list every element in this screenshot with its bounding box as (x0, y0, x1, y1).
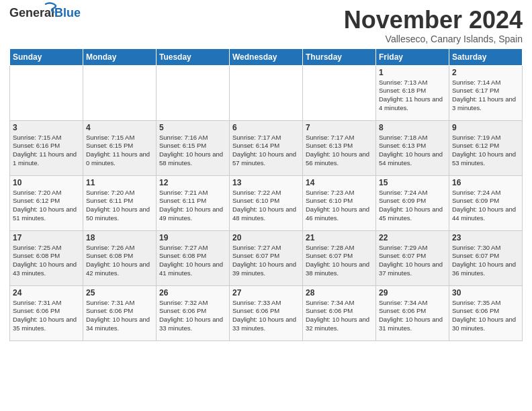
header-cell-wednesday: Wednesday (230, 48, 303, 65)
day-info: Sunrise: 7:18 AM (379, 134, 446, 142)
day-info: Daylight: 10 hours and 50 minutes. (86, 205, 153, 223)
day-info: Sunrise: 7:27 AM (232, 244, 300, 253)
day-cell (83, 65, 157, 120)
day-cell: 23Sunrise: 7:30 AMSunset: 6:07 PMDayligh… (449, 230, 523, 285)
day-cell: 19Sunrise: 7:27 AMSunset: 6:08 PMDayligh… (157, 230, 230, 285)
day-info: Sunset: 6:12 PM (452, 142, 519, 150)
week-row-1: 3Sunrise: 7:15 AMSunset: 6:16 PMDaylight… (10, 120, 523, 175)
day-info: Daylight: 10 hours and 44 minutes. (452, 205, 519, 223)
day-number: 5 (159, 123, 226, 132)
day-info: Sunset: 6:07 PM (306, 252, 373, 261)
day-info: Daylight: 10 hours and 51 minutes. (13, 205, 80, 223)
day-info: Daylight: 10 hours and 41 minutes. (159, 261, 226, 278)
day-info: Daylight: 10 hours and 58 minutes. (159, 150, 226, 168)
day-info: Sunrise: 7:13 AM (379, 79, 446, 87)
day-number: 17 (13, 233, 80, 242)
day-number: 30 (452, 288, 519, 298)
day-info: Sunset: 6:12 PM (13, 197, 80, 205)
day-info: Sunset: 6:06 PM (13, 307, 80, 316)
day-info: Sunrise: 7:34 AM (379, 299, 446, 308)
day-info: Sunrise: 7:28 AM (306, 244, 373, 253)
title-section: November 2024 Valleseco, Canary Islands,… (344, 7, 523, 44)
day-info: Sunset: 6:13 PM (379, 142, 446, 150)
day-number: 11 (86, 178, 153, 187)
day-cell: 30Sunrise: 7:35 AMSunset: 6:06 PMDayligh… (449, 285, 523, 340)
day-info: Daylight: 11 hours and 3 minutes. (452, 95, 519, 113)
day-info: Sunset: 6:06 PM (159, 307, 226, 316)
day-number: 9 (452, 123, 519, 132)
day-number: 18 (86, 233, 153, 242)
calendar-table: SundayMondayTuesdayWednesdayThursdayFrid… (9, 48, 523, 341)
day-info: Sunset: 6:08 PM (86, 252, 153, 261)
day-cell: 3Sunrise: 7:15 AMSunset: 6:16 PMDaylight… (10, 120, 83, 175)
day-number: 4 (86, 123, 153, 132)
day-cell: 4Sunrise: 7:15 AMSunset: 6:15 PMDaylight… (83, 120, 157, 175)
day-cell: 10Sunrise: 7:20 AMSunset: 6:12 PMDayligh… (10, 175, 83, 230)
day-cell: 6Sunrise: 7:17 AMSunset: 6:14 PMDaylight… (230, 120, 303, 175)
day-cell: 1Sunrise: 7:13 AMSunset: 6:18 PMDaylight… (376, 65, 449, 120)
day-info: Daylight: 10 hours and 34 minutes. (86, 316, 153, 333)
day-info: Sunset: 6:16 PM (13, 142, 80, 150)
week-row-3: 17Sunrise: 7:25 AMSunset: 6:08 PMDayligh… (10, 230, 523, 285)
day-number: 3 (13, 123, 80, 132)
day-number: 2 (452, 68, 519, 77)
day-info: Sunrise: 7:14 AM (452, 79, 519, 87)
day-cell: 29Sunrise: 7:34 AMSunset: 6:06 PMDayligh… (376, 285, 449, 340)
day-info: Sunrise: 7:24 AM (379, 189, 446, 197)
day-info: Sunset: 6:09 PM (379, 197, 446, 205)
day-cell: 7Sunrise: 7:17 AMSunset: 6:13 PMDaylight… (303, 120, 376, 175)
day-cell (230, 65, 303, 120)
day-number: 26 (159, 288, 226, 298)
day-number: 13 (232, 178, 300, 187)
day-info: Sunset: 6:17 PM (452, 87, 519, 95)
day-info: Sunrise: 7:26 AM (86, 244, 153, 253)
day-info: Sunrise: 7:21 AM (159, 189, 226, 197)
day-info: Sunrise: 7:20 AM (86, 189, 153, 197)
day-number: 20 (232, 233, 300, 242)
day-number: 7 (306, 123, 373, 132)
day-info: Sunrise: 7:17 AM (306, 134, 373, 142)
day-info: Sunset: 6:10 PM (232, 197, 300, 205)
day-number: 21 (306, 233, 373, 242)
day-info: Sunrise: 7:22 AM (232, 189, 300, 197)
day-number: 10 (13, 178, 80, 187)
day-number: 12 (159, 178, 226, 187)
header-cell-saturday: Saturday (449, 48, 523, 65)
day-number: 29 (379, 288, 446, 298)
day-info: Daylight: 10 hours and 39 minutes. (232, 261, 300, 278)
day-info: Sunset: 6:07 PM (232, 252, 300, 261)
day-cell: 12Sunrise: 7:21 AMSunset: 6:11 PMDayligh… (157, 175, 230, 230)
day-info: Sunset: 6:11 PM (159, 197, 226, 205)
header-cell-tuesday: Tuesday (157, 48, 230, 65)
day-info: Sunset: 6:10 PM (306, 197, 373, 205)
day-number: 19 (159, 233, 226, 242)
day-cell: 15Sunrise: 7:24 AMSunset: 6:09 PMDayligh… (376, 175, 449, 230)
day-info: Sunset: 6:18 PM (379, 87, 446, 95)
day-info: Sunrise: 7:20 AM (13, 189, 80, 197)
day-cell: 14Sunrise: 7:23 AMSunset: 6:10 PMDayligh… (303, 175, 376, 230)
day-info: Sunrise: 7:32 AM (159, 299, 226, 308)
day-info: Daylight: 10 hours and 38 minutes. (306, 261, 373, 278)
day-info: Daylight: 11 hours and 4 minutes. (379, 95, 446, 113)
header-cell-sunday: Sunday (10, 48, 83, 65)
day-info: Sunset: 6:07 PM (452, 252, 519, 261)
day-info: Daylight: 10 hours and 43 minutes. (13, 261, 80, 278)
week-row-0: 1Sunrise: 7:13 AMSunset: 6:18 PMDaylight… (10, 65, 523, 120)
day-number: 15 (379, 178, 446, 187)
day-cell: 2Sunrise: 7:14 AMSunset: 6:17 PMDaylight… (449, 65, 523, 120)
day-info: Sunset: 6:15 PM (159, 142, 226, 150)
day-number: 16 (452, 178, 519, 187)
day-number: 14 (306, 178, 373, 187)
day-number: 25 (86, 288, 153, 298)
day-number: 23 (452, 233, 519, 242)
day-info: Sunrise: 7:33 AM (232, 299, 300, 308)
day-info: Daylight: 10 hours and 35 minutes. (13, 316, 80, 333)
day-info: Sunrise: 7:23 AM (306, 189, 373, 197)
day-number: 1 (379, 68, 446, 77)
day-info: Sunset: 6:14 PM (232, 142, 300, 150)
day-info: Sunrise: 7:29 AM (379, 244, 446, 253)
day-info: Sunrise: 7:31 AM (13, 299, 80, 308)
day-cell: 17Sunrise: 7:25 AMSunset: 6:08 PMDayligh… (10, 230, 83, 285)
day-cell: 20Sunrise: 7:27 AMSunset: 6:07 PMDayligh… (230, 230, 303, 285)
day-cell: 25Sunrise: 7:31 AMSunset: 6:06 PMDayligh… (83, 285, 157, 340)
